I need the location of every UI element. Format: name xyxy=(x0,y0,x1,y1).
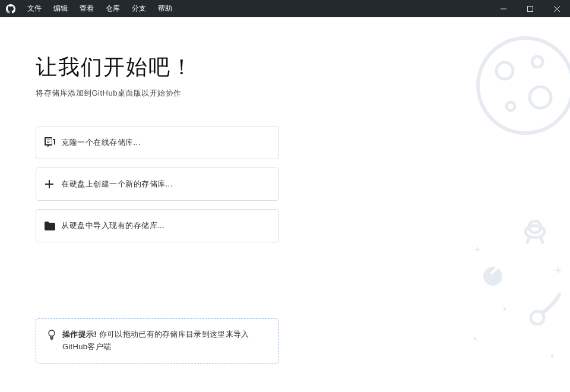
page-title: 让我们开始吧！ xyxy=(36,53,570,82)
svg-point-15 xyxy=(504,308,506,310)
add-repo-label: 从硬盘中导入现有的存储库... xyxy=(61,220,164,231)
pro-tip-box: 操作提示! 你可以拖动已有的存储库目录到这里来导入GitHub客户端 xyxy=(36,318,279,363)
menu-file[interactable]: 文件 xyxy=(21,0,48,17)
pro-tip-text: 操作提示! 你可以拖动已有的存储库目录到这里来导入GitHub客户端 xyxy=(62,328,268,353)
menu-help[interactable]: 帮助 xyxy=(152,0,178,17)
menu-branch[interactable]: 分支 xyxy=(126,0,152,17)
welcome-screen: 让我们开始吧！ 将存储库添加到GitHub桌面版以开始协作 克隆一个在线存储库.… xyxy=(0,17,570,392)
svg-point-12 xyxy=(529,221,541,233)
github-logo-icon xyxy=(0,4,21,14)
clone-icon xyxy=(45,137,61,148)
title-bar: 文件 编辑 查看 仓库 分支 帮助 xyxy=(0,0,570,17)
folder-icon xyxy=(45,222,61,230)
moon-decoration-icon xyxy=(469,29,570,142)
create-repo-button[interactable]: 在硬盘上创建一个新的存储库... xyxy=(36,167,279,201)
svg-point-14 xyxy=(531,311,544,324)
svg-point-17 xyxy=(551,355,553,358)
svg-rect-1 xyxy=(527,6,533,11)
menu-repository[interactable]: 仓库 xyxy=(100,0,126,17)
plus-icon xyxy=(45,179,61,189)
svg-point-4 xyxy=(49,330,55,336)
menu-bar: 文件 编辑 查看 仓库 分支 帮助 xyxy=(21,0,178,17)
lightbulb-icon xyxy=(47,330,56,353)
clone-repo-button[interactable]: 克隆一个在线存储库... xyxy=(36,126,279,159)
svg-point-13 xyxy=(483,267,502,286)
pro-tip-prefix: 操作提示! xyxy=(62,330,97,339)
close-button[interactable] xyxy=(543,0,570,17)
svg-point-7 xyxy=(478,38,570,133)
page-subtitle: 将存储库添加到GitHub桌面版以开始协作 xyxy=(36,88,570,99)
svg-point-11 xyxy=(506,102,515,110)
maximize-button[interactable] xyxy=(517,0,543,17)
space-decoration-icon xyxy=(469,220,570,386)
add-repo-button[interactable]: 从硬盘中导入现有的存储库... xyxy=(36,209,279,242)
clone-repo-label: 克隆一个在线存储库... xyxy=(61,137,141,148)
repo-options: 克隆一个在线存储库... 在硬盘上创建一个新的存储库... 从硬盘中导入现有的存… xyxy=(36,126,279,242)
minimize-button[interactable] xyxy=(490,0,517,17)
menu-edit[interactable]: 编辑 xyxy=(48,0,74,17)
create-repo-label: 在硬盘上创建一个新的存储库... xyxy=(61,179,173,189)
window-controls xyxy=(490,0,570,17)
svg-point-16 xyxy=(474,337,476,340)
menu-view[interactable]: 查看 xyxy=(74,0,100,17)
